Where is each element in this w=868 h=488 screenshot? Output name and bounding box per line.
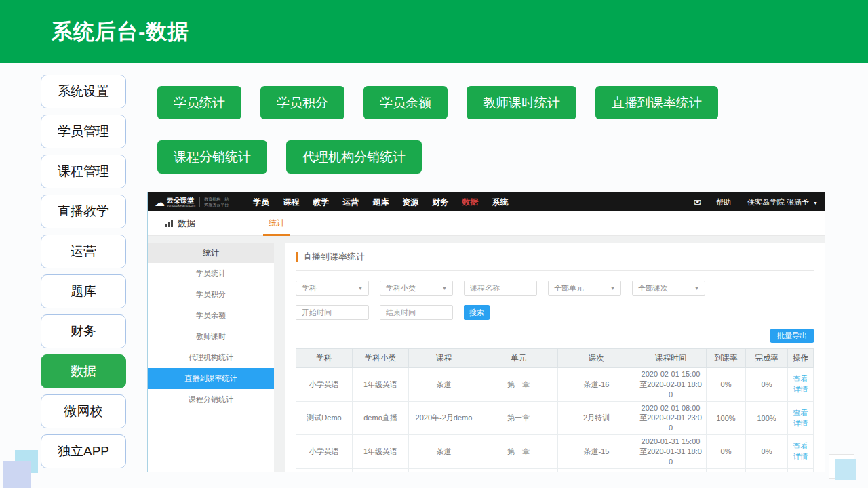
subject-select[interactable]: 学科 ▼ bbox=[296, 281, 369, 296]
table-header-row: 学科 学科小类 课程 单元 课次 课程时间 到课率 完成率 操作 bbox=[296, 349, 814, 368]
col-subject: 学科 bbox=[296, 349, 353, 368]
quick-buttons-row1: 学员统计 学员积分 学员余额 教师课时统计 直播到课率统计 bbox=[157, 86, 718, 119]
admin-tabbar: 数据 统计 bbox=[148, 211, 825, 236]
filter-row-2: 搜索 bbox=[296, 305, 814, 320]
subnav-item-teacher-hours[interactable]: 教师课时 bbox=[148, 326, 274, 347]
quick-buttons-row2: 课程分销统计 代理机构分销统计 bbox=[157, 140, 422, 174]
sidebar-item-standalone-app[interactable]: 独立APP bbox=[41, 434, 126, 468]
filter-row-1: 学科 ▼ 学科小类 ▼ 全部单元 ▼ 全部课次 ▼ bbox=[296, 281, 814, 296]
start-time-input[interactable] bbox=[296, 305, 369, 320]
help-link[interactable]: 帮助 bbox=[716, 197, 731, 207]
subnav-item-student-stats[interactable]: 学员统计 bbox=[148, 263, 274, 284]
bar-chart-icon bbox=[165, 220, 173, 227]
student-balance-button[interactable]: 学员余额 bbox=[363, 86, 448, 119]
sidebar-item-data[interactable]: 数据 bbox=[41, 354, 126, 388]
sidebar-item-question-bank[interactable]: 题库 bbox=[41, 274, 126, 308]
subnav-item-course-distribution-stats[interactable]: 课程分销统计 bbox=[148, 389, 274, 410]
col-course: 课程 bbox=[409, 349, 479, 368]
topnav-item-teaching[interactable]: 教学 bbox=[306, 197, 336, 208]
topnav-item-data[interactable]: 数据 bbox=[455, 197, 485, 208]
sidebar-item-operations[interactable]: 运营 bbox=[41, 235, 126, 268]
decorative-square bbox=[835, 459, 856, 480]
view-details-link[interactable]: 查看详情 bbox=[793, 442, 808, 460]
topnav-item-finance[interactable]: 财务 bbox=[425, 197, 455, 208]
unit-select[interactable]: 全部单元 ▼ bbox=[548, 281, 621, 296]
sidebar-item-course-mgmt[interactable]: 课程管理 bbox=[41, 155, 126, 188]
logo-tagline-line1: 教育机构一站 bbox=[204, 197, 229, 202]
col-lesson: 课次 bbox=[558, 349, 635, 368]
col-attendance-rate: 到课率 bbox=[707, 349, 746, 368]
section-label: 数据 bbox=[165, 218, 195, 230]
live-attendance-stats-button[interactable]: 直播到课率统计 bbox=[595, 86, 718, 119]
chevron-down-icon: ▼ bbox=[694, 286, 699, 291]
batch-export-button[interactable]: 批量导出 bbox=[770, 329, 814, 343]
account-name: 侠客岛学院 张涵予 bbox=[747, 198, 809, 206]
admin-topnav-menu: 学员 课程 教学 运营 题库 资源 财务 数据 系统 bbox=[246, 197, 515, 208]
sidebar-item-system-settings[interactable]: 系统设置 bbox=[41, 75, 126, 108]
topnav-item-question-bank[interactable]: 题库 bbox=[366, 197, 395, 208]
sidebar-item-live-teaching[interactable]: 直播教学 bbox=[41, 195, 126, 228]
sidebar-item-finance[interactable]: 财务 bbox=[41, 314, 126, 348]
subnav-item-live-attendance-stats[interactable]: 直播到课率统计 bbox=[148, 368, 274, 389]
end-time-input[interactable] bbox=[380, 305, 453, 320]
col-completion-rate: 完成率 bbox=[746, 349, 788, 368]
chevron-down-icon: ▼ bbox=[358, 286, 363, 291]
stats-subnav: 统计 学员统计 学员积分 学员余额 教师课时 代理机构统计 直播到课率统计 课程… bbox=[148, 243, 274, 472]
lesson-select[interactable]: 全部课次 ▼ bbox=[632, 281, 705, 296]
logo-tagline: 教育机构一站 式服务云平台 bbox=[199, 197, 229, 208]
stats-main-panel: 直播到课率统计 学科 ▼ 学科小类 ▼ 全部单元 ▼ bbox=[285, 243, 825, 472]
topnav-item-operations[interactable]: 运营 bbox=[336, 197, 366, 208]
cloud-icon: ☁ bbox=[155, 197, 165, 207]
topnav-item-resources[interactable]: 资源 bbox=[395, 197, 425, 208]
account-menu[interactable]: 侠客岛学院 张涵予 ▼ bbox=[747, 197, 818, 207]
mail-icon[interactable]: ✉ bbox=[694, 197, 701, 207]
topnav-item-students[interactable]: 学员 bbox=[246, 197, 276, 208]
subnav-item-agency-stats[interactable]: 代理机构统计 bbox=[148, 347, 274, 368]
sidebar: 系统设置 学员管理 课程管理 直播教学 运营 题库 财务 数据 微网校 独立AP… bbox=[41, 75, 126, 474]
teacher-hours-stats-button[interactable]: 教师课时统计 bbox=[467, 86, 576, 119]
admin-body: 统计 学员统计 学员积分 学员余额 教师课时 代理机构统计 直播到课率统计 课程… bbox=[148, 236, 825, 472]
logo-domain: yunduoketang.com bbox=[167, 204, 195, 208]
admin-topnav-right: ✉ 帮助 侠客岛学院 张涵予 ▼ bbox=[694, 197, 818, 207]
app-logo[interactable]: ☁ 云朵课堂 yunduoketang.com 教育机构一站 式服务云平台 bbox=[155, 197, 229, 208]
chevron-down-icon: ▼ bbox=[610, 286, 615, 291]
subnav-item-student-points[interactable]: 学员积分 bbox=[148, 284, 274, 305]
sidebar-item-student-mgmt[interactable]: 学员管理 bbox=[41, 115, 126, 148]
search-button[interactable]: 搜索 bbox=[464, 305, 490, 320]
panel-title: 直播到课率统计 bbox=[296, 251, 814, 271]
export-row: 批量导出 bbox=[296, 329, 814, 343]
title-accent-bar bbox=[296, 252, 298, 262]
course-distribution-stats-button[interactable]: 课程分销统计 bbox=[157, 140, 267, 174]
view-details-link[interactable]: 查看详情 bbox=[793, 409, 808, 427]
col-subcategory: 学科小类 bbox=[353, 349, 409, 368]
page: 系统后台-数据 系统设置 学员管理 课程管理 直播教学 运营 题库 财务 数据 … bbox=[0, 0, 868, 488]
student-points-button[interactable]: 学员积分 bbox=[260, 86, 344, 119]
subnav-header: 统计 bbox=[148, 243, 274, 263]
attendance-stats-table: 学科 学科小类 课程 单元 课次 课程时间 到课率 完成率 操作 bbox=[296, 348, 814, 472]
logo-tagline-line2: 式服务云平台 bbox=[204, 202, 229, 207]
active-tab-underline bbox=[263, 234, 290, 236]
table-row: 小学英语 1年级英语 茶道 第一章 茶道-15 2020-01-31 15:00… bbox=[296, 435, 814, 469]
table-row: 小学英语 1年级英语 茶道 第一章 茶道-16 2020-02-01 15:00… bbox=[296, 368, 814, 402]
page-title: 系统后台-数据 bbox=[52, 18, 189, 46]
table-row: 测试Demo demo直播 2020年-2月demo 第一章 2月特训 2020… bbox=[296, 401, 814, 435]
topnav-item-courses[interactable]: 课程 bbox=[276, 197, 306, 208]
col-course-time: 课程时间 bbox=[635, 349, 707, 368]
subnav-item-student-balance[interactable]: 学员余额 bbox=[148, 305, 274, 326]
decorative-square bbox=[3, 461, 31, 488]
student-stats-button[interactable]: 学员统计 bbox=[157, 86, 241, 119]
section-title: 数据 bbox=[178, 218, 195, 230]
chevron-down-icon: ▼ bbox=[813, 201, 818, 205]
course-name-input[interactable] bbox=[464, 281, 537, 296]
subcategory-select[interactable]: 学科小类 ▼ bbox=[380, 281, 453, 296]
col-actions: 操作 bbox=[788, 349, 814, 368]
chevron-down-icon: ▼ bbox=[442, 286, 447, 291]
sidebar-item-micro-school[interactable]: 微网校 bbox=[41, 394, 126, 428]
topnav-item-system[interactable]: 系统 bbox=[485, 197, 515, 208]
admin-screenshot-panel: ☁ 云朵课堂 yunduoketang.com 教育机构一站 式服务云平台 学员… bbox=[147, 192, 825, 472]
col-unit: 单元 bbox=[479, 349, 558, 368]
view-details-link[interactable]: 查看详情 bbox=[793, 375, 808, 393]
page-banner: 系统后台-数据 bbox=[0, 0, 868, 63]
tab-statistics[interactable]: 统计 bbox=[262, 211, 292, 236]
agency-distribution-stats-button[interactable]: 代理机构分销统计 bbox=[286, 140, 422, 174]
